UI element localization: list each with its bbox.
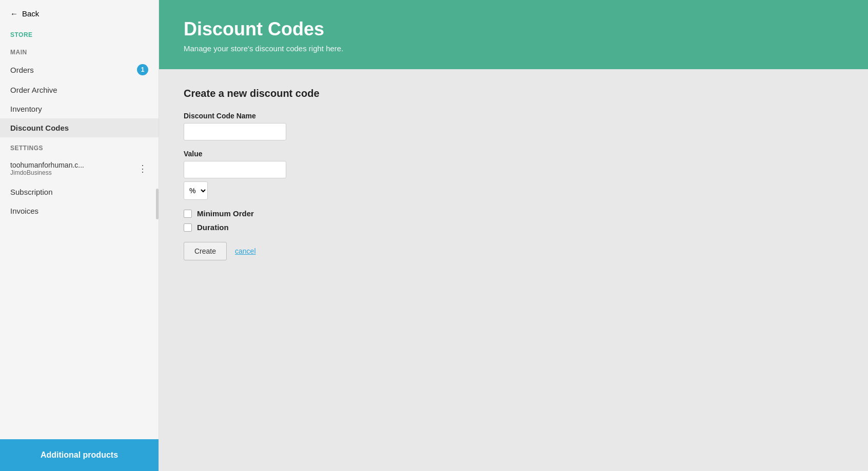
sidebar-item-discount-codes[interactable]: Discount Codes [0, 118, 159, 137]
orders-label: Orders [10, 66, 34, 74]
minimum-order-row: Minimum Order [184, 209, 843, 218]
store-info: toohumanforhuman.c... JimdoBusiness ⋮ [0, 155, 159, 182]
store-section-label: STORE [0, 27, 159, 42]
sidebar-item-inventory[interactable]: Inventory [0, 99, 159, 118]
settings-section-label: SETTINGS [0, 137, 159, 155]
duration-row: Duration [184, 223, 843, 232]
duration-checkbox[interactable] [184, 223, 192, 232]
duration-label: Duration [197, 223, 229, 232]
discount-codes-label: Discount Codes [10, 124, 69, 132]
content-area: Create a new discount code Discount Code… [159, 69, 868, 471]
page-subtitle: Manage your store's discount codes right… [184, 44, 843, 53]
form-title: Create a new discount code [184, 88, 843, 99]
store-text: toohumanforhuman.c... JimdoBusiness [10, 161, 84, 176]
order-archive-label: Order Archive [10, 86, 57, 94]
cancel-button[interactable]: cancel [235, 247, 255, 255]
page-title: Discount Codes [184, 18, 843, 40]
sidebar-scrollbar [156, 189, 159, 219]
store-name: toohumanforhuman.c... [10, 161, 84, 169]
unit-select[interactable]: % $ € [184, 181, 208, 200]
create-button[interactable]: Create [184, 242, 227, 260]
sidebar: ← Back STORE MAIN Orders 1 Order Archive… [0, 0, 159, 471]
value-group: Value % $ € [184, 150, 843, 200]
form-actions: Create cancel [184, 242, 843, 260]
create-discount-form: Create a new discount code Discount Code… [184, 88, 843, 260]
value-label: Value [184, 150, 843, 158]
sidebar-item-invoices[interactable]: Invoices [0, 201, 159, 220]
subscription-label: Subscription [10, 188, 53, 196]
main-content: Discount Codes Manage your store's disco… [159, 0, 868, 471]
orders-badge: 1 [137, 64, 148, 75]
minimum-order-checkbox[interactable] [184, 210, 192, 218]
sidebar-item-subscription[interactable]: Subscription [0, 182, 159, 201]
main-section-label: MAIN [0, 42, 159, 59]
store-menu-icon[interactable]: ⋮ [138, 163, 148, 174]
value-input[interactable] [184, 161, 286, 178]
back-arrow-icon: ← [10, 9, 18, 18]
inventory-label: Inventory [10, 105, 42, 113]
code-name-group: Discount Code Name [184, 112, 843, 140]
code-name-label: Discount Code Name [184, 112, 843, 120]
store-plan: JimdoBusiness [10, 169, 84, 176]
minimum-order-label: Minimum Order [197, 209, 254, 218]
additional-products-button[interactable]: Additional products [0, 439, 159, 471]
header-banner: Discount Codes Manage your store's disco… [159, 0, 868, 69]
value-row: % $ € [184, 181, 843, 200]
back-label: Back [22, 9, 39, 18]
invoices-label: Invoices [10, 207, 38, 215]
sidebar-item-orders[interactable]: Orders 1 [0, 59, 159, 80]
back-button[interactable]: ← Back [0, 0, 159, 27]
sidebar-item-order-archive[interactable]: Order Archive [0, 80, 159, 99]
code-name-input[interactable] [184, 123, 286, 140]
